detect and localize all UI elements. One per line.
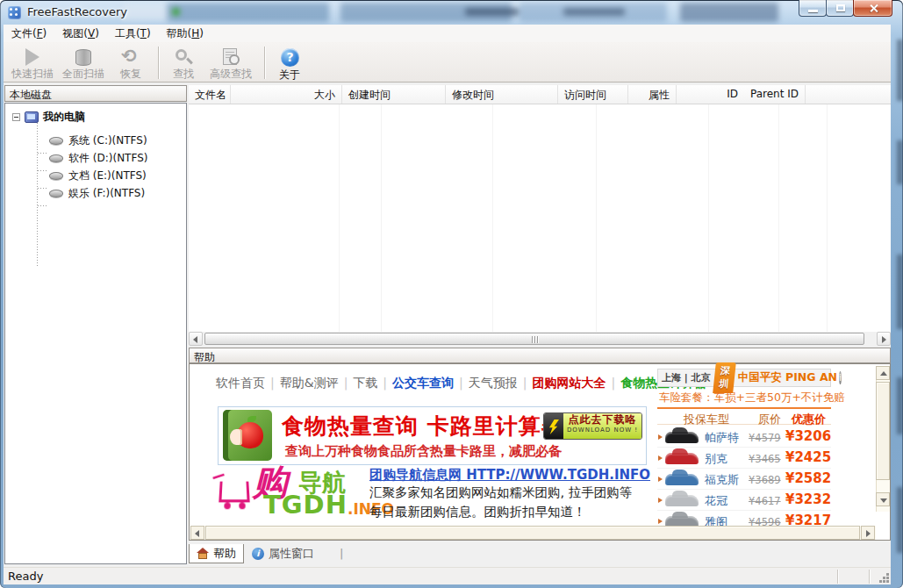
help-vertical-scrollbar[interactable] [876, 366, 890, 512]
column-header[interactable]: 大小 [231, 85, 342, 104]
scroll-down-arrow[interactable] [876, 492, 890, 506]
file-list-horizontal-scrollbar[interactable] [189, 332, 891, 346]
tree-guide-line [38, 170, 47, 171]
car-model[interactable]: 福克斯 [705, 472, 739, 488]
car-model[interactable]: 花冠 [705, 493, 727, 509]
nav-link[interactable]: 软件首页 [216, 376, 265, 390]
menu-help[interactable]: 帮助(H) [159, 25, 211, 42]
nav-separator: | [454, 376, 469, 390]
column-header[interactable]: ID [677, 85, 744, 104]
scroll-right-arrow[interactable] [861, 526, 875, 540]
shopping-cart-icon [219, 482, 249, 503]
help-horizontal-scrollbar[interactable] [190, 526, 876, 540]
bullet-icon [658, 498, 663, 503]
toolbar: 快速扫描 全面扫描 ⟲ 恢复 查找 高级查找 ? 关于 [4, 42, 891, 82]
tab-label: 帮助 [213, 546, 236, 562]
column-header[interactable]: 文件名 [189, 85, 231, 104]
disk-icon [49, 137, 63, 145]
tree-item-drive[interactable]: 娱乐 (F:)(NTFS) [49, 186, 145, 201]
car-model[interactable]: 别克 [705, 451, 727, 467]
find-button[interactable]: 查找 [164, 44, 203, 82]
close-button[interactable] [853, 0, 892, 17]
download-now-button[interactable]: 点此去下载咯 DOWNLOAD NOW ! [543, 412, 642, 440]
column-header[interactable]: 属性 [628, 85, 677, 104]
tree-item-drive[interactable]: 系统 (C:)(NTFS) [49, 133, 147, 148]
background-window-edge [897, 487, 903, 553]
bullet-icon [658, 455, 663, 461]
about-button[interactable]: ? 关于 [270, 44, 309, 82]
city-links[interactable]: 上海 | 北京 [658, 371, 711, 384]
nav-link[interactable]: 公交车查询 [392, 376, 454, 390]
tgdh-link[interactable]: 团购导航信息网 HTTP://WWW.TGDH.INFO [369, 467, 650, 484]
scrollbar-thumb[interactable] [205, 526, 860, 540]
menu-view[interactable]: 视图(V) [54, 25, 107, 42]
advanced-find-button[interactable]: 高级查找 [203, 44, 259, 82]
ad-nav-links: 软件首页|帮助&测评|下载|公交车查询|天气预报|团购网站大全|食物热量计算器 [216, 376, 706, 391]
active-city-tab[interactable]: 深圳 [713, 362, 736, 393]
menu-tools[interactable]: 工具(T) [107, 25, 159, 42]
tree-item-my-computer[interactable]: 我的电脑 [12, 110, 85, 125]
discount-price: ¥2582 [785, 470, 831, 486]
bullet-icon [658, 434, 663, 440]
menu-file[interactable]: 文件(F) [4, 25, 54, 42]
tree-item-drive[interactable]: 文档 (E:)(NTFS) [49, 169, 147, 183]
tgdh-ad[interactable]: 购 导航 TGDH .INFO 团购导航信息网 HTTP://WWW.TGDH.… [218, 467, 647, 525]
minimize-button[interactable] [799, 0, 827, 17]
insurance-row[interactable]: 福克斯 ¥3689 ¥2582 [657, 469, 831, 490]
resize-grip[interactable] [886, 580, 889, 583]
toolbar-separator [158, 47, 159, 79]
scroll-left-arrow[interactable] [189, 332, 203, 346]
full-scan-button[interactable]: 全面扫描 [58, 44, 109, 82]
tgdh-description: 汇聚多家知名团购网站如糯米团购, 拉手团购等 [369, 484, 632, 501]
column-header[interactable]: Parent ID [744, 85, 806, 104]
insurance-row[interactable]: 花冠 ¥4617 ¥3232 [657, 490, 831, 511]
tree-guide-line [37, 123, 38, 268]
nav-separator: | [339, 376, 354, 390]
insurance-row[interactable]: 帕萨特 ¥4579 ¥3206 [657, 427, 831, 448]
column-header[interactable]: 访问时间 [558, 85, 628, 104]
tree-guide-line [38, 153, 47, 154]
nav-link[interactable]: 下载 [353, 376, 377, 390]
scroll-up-arrow[interactable] [876, 366, 890, 380]
scrollbar-thumb[interactable] [876, 382, 890, 480]
quick-scan-button[interactable]: 快速扫描 [7, 44, 58, 82]
close-icon [869, 4, 878, 13]
scrollbar-thumb[interactable] [204, 333, 864, 345]
tgdh-logo-brand: TGDH [263, 490, 348, 520]
info-icon: i [252, 548, 264, 560]
home-icon [197, 548, 209, 559]
title-bar[interactable]: FreeFastRecovery [0, 0, 903, 25]
full-scan-disk-icon [72, 47, 95, 66]
status-bar: Ready [4, 567, 891, 584]
original-price: ¥4617 [749, 495, 781, 507]
original-price: ¥3689 [749, 474, 781, 486]
window-title: FreeFastRecovery [27, 0, 127, 25]
file-list-body[interactable] [189, 104, 891, 332]
background-window-blur [167, 3, 329, 22]
tree-collapse-icon[interactable] [12, 113, 20, 121]
tab-help[interactable]: 帮助 [189, 544, 244, 563]
insurance-row[interactable]: 别克 ¥3465 ¥2425 [657, 448, 831, 469]
app-window: FreeFastRecovery 文件(F) 视图(V) 工具(T) 帮助(H)… [0, 0, 903, 588]
tab-property-window[interactable]: i 属性窗口 [245, 544, 321, 563]
maximize-button[interactable] [826, 0, 854, 17]
background-window-edge [897, 255, 903, 329]
column-header[interactable]: 创建时间 [342, 85, 446, 104]
tree-item-drive[interactable]: 软件 (D:)(NTFS) [49, 151, 147, 166]
recover-button[interactable]: ⟲ 恢复 [109, 44, 153, 82]
nav-link[interactable]: 团购网站大全 [533, 376, 606, 390]
calorie-banner-ad[interactable]: 食物热量查询 卡路里计算器 查询上万种食物食品所含热量卡路里，减肥必备 点此去下… [218, 406, 647, 465]
nav-link[interactable]: 帮助&测评 [280, 376, 339, 390]
file-list-header: 文件名 大小 创建时间 修改时间 访问时间 属性 ID Parent ID [189, 85, 891, 104]
car-thumbnail [665, 432, 699, 443]
drive-label: 软件 (D:)(NTFS) [68, 151, 147, 166]
nav-separator: | [606, 376, 621, 390]
about-question-icon: ? [278, 47, 301, 67]
car-model[interactable]: 帕萨特 [705, 430, 739, 446]
column-header[interactable]: 修改时间 [446, 85, 558, 104]
scroll-left-arrow[interactable] [190, 526, 204, 540]
nav-link[interactable]: 天气预报 [469, 376, 518, 390]
car-thumbnail [665, 495, 699, 506]
scroll-right-arrow[interactable] [877, 332, 891, 346]
discount-price: ¥2425 [785, 449, 831, 465]
